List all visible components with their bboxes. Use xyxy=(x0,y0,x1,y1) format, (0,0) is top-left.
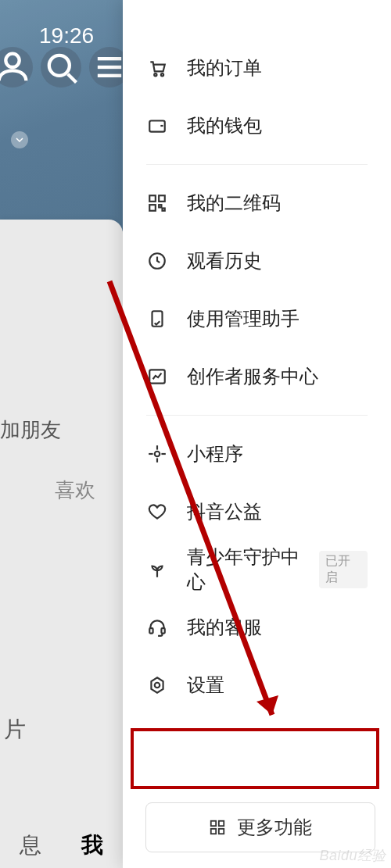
chart-icon xyxy=(146,366,168,388)
heart-icon xyxy=(146,501,168,523)
menu-my-wallet[interactable]: 我的钱包 xyxy=(123,97,391,155)
nav-me: 我 xyxy=(81,830,103,860)
menu-miniapp[interactable]: 小程序 xyxy=(123,425,391,483)
menu-creator-center[interactable]: 创作者服务中心 xyxy=(123,348,391,405)
svg-rect-27 xyxy=(219,821,224,826)
svg-rect-22 xyxy=(149,628,152,634)
svg-rect-13 xyxy=(163,209,165,211)
header-icon-row xyxy=(0,47,130,88)
pian-text: 片 xyxy=(4,715,26,745)
sprout-icon xyxy=(146,559,168,580)
profile-panel xyxy=(0,220,123,868)
divider xyxy=(146,164,368,165)
menu-teen-guard[interactable]: 青少年守护中心 已开启 xyxy=(123,541,391,598)
svg-point-0 xyxy=(5,54,19,67)
clock-icon xyxy=(146,250,168,272)
menu-label: 青少年守护中心 xyxy=(187,545,311,595)
side-drawer: 我的订单 我的钱包 我的二维码 观看历史 使用管理助手 创作者服务中心 小程序 … xyxy=(123,0,391,868)
svg-point-1 xyxy=(49,55,70,76)
menu-label: 小程序 xyxy=(187,441,243,466)
svg-rect-10 xyxy=(159,195,165,202)
svg-point-6 xyxy=(154,73,156,76)
menu-label: 我的订单 xyxy=(187,55,262,80)
menu-settings[interactable]: 设置 xyxy=(123,656,391,714)
svg-rect-11 xyxy=(149,205,156,211)
menu-label: 使用管理助手 xyxy=(187,306,300,331)
svg-rect-12 xyxy=(159,205,161,207)
menu-label: 创作者服务中心 xyxy=(187,364,318,389)
more-features-button[interactable]: 更多功能 xyxy=(145,802,375,852)
user-icon xyxy=(0,47,33,88)
menu-my-orders[interactable]: 我的订单 xyxy=(123,39,391,97)
menu-label: 我的钱包 xyxy=(187,113,262,138)
menu-label: 观看历史 xyxy=(187,248,262,273)
qrcode-icon xyxy=(146,192,168,214)
headset-icon xyxy=(146,616,168,638)
svg-point-7 xyxy=(161,73,163,76)
teen-guard-badge: 已开启 xyxy=(319,551,368,588)
more-button-label: 更多功能 xyxy=(237,815,312,840)
menu-support[interactable]: 我的客服 xyxy=(123,598,391,656)
svg-marker-24 xyxy=(151,677,163,693)
divider xyxy=(146,415,368,416)
phone-check-icon xyxy=(146,308,168,330)
svg-point-17 xyxy=(155,452,160,457)
grid-icon xyxy=(209,819,226,836)
like-tab-text: 喜欢 xyxy=(55,477,95,504)
svg-rect-29 xyxy=(219,829,224,834)
menu-label: 我的客服 xyxy=(187,615,262,640)
menu-usage-assistant[interactable]: 使用管理助手 xyxy=(123,290,391,348)
dropdown-icon xyxy=(11,131,28,148)
cart-icon xyxy=(146,57,168,79)
nav-msg: 息 xyxy=(20,830,41,860)
menu-watch-history[interactable]: 观看历史 xyxy=(123,232,391,290)
svg-rect-26 xyxy=(211,821,216,826)
svg-point-25 xyxy=(155,683,160,688)
bottom-nav: 息 我 xyxy=(0,830,123,860)
svg-rect-23 xyxy=(161,628,164,634)
menu-label: 抖音公益 xyxy=(187,499,262,524)
svg-rect-28 xyxy=(211,829,216,834)
wallet-icon xyxy=(146,115,168,137)
status-time: 19:26 xyxy=(39,23,94,48)
svg-rect-9 xyxy=(149,195,156,202)
svg-line-2 xyxy=(68,74,77,83)
add-friend-text: 加朋友 xyxy=(0,416,61,444)
watermark: Baidu经验 xyxy=(319,846,386,865)
menu-label: 我的二维码 xyxy=(187,191,281,216)
menu-my-qrcode[interactable]: 我的二维码 xyxy=(123,174,391,232)
menu-label: 设置 xyxy=(187,673,224,698)
menu-charity[interactable]: 抖音公益 xyxy=(123,483,391,541)
search-icon xyxy=(41,47,81,88)
gear-icon xyxy=(146,674,168,696)
miniapp-icon xyxy=(146,443,168,465)
